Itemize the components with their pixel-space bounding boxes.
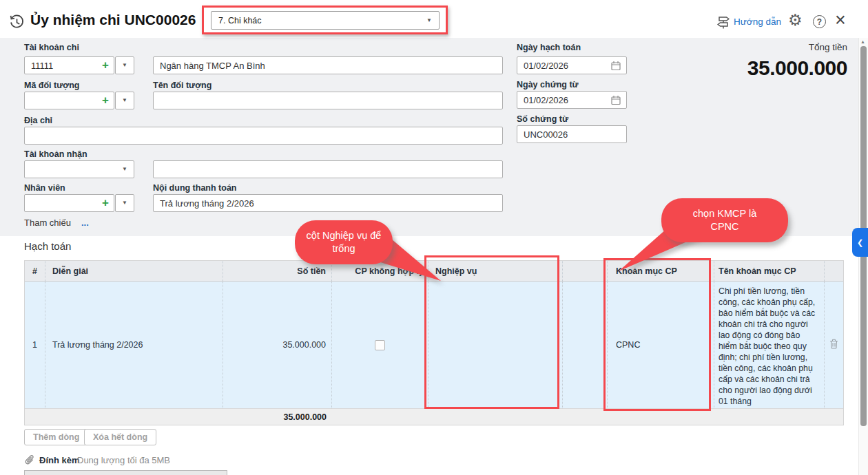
tai-khoan-nhan-select[interactable]: ▼ [24, 160, 134, 178]
gear-icon[interactable]: ⚙ [788, 11, 803, 30]
chevron-down-icon: ▼ [122, 200, 127, 206]
chevron-down-icon: ▼ [122, 63, 127, 68]
ngan-hang-input[interactable]: Ngân hàng TMCP An Bình [153, 56, 503, 74]
row-index: 1 [25, 282, 45, 408]
ngay-hach-toan-label: Ngày hạch toán [517, 43, 581, 52]
guide-link[interactable]: Hướng dẫn [734, 17, 781, 27]
total-so-tien: 35.000.000 [223, 409, 332, 425]
total-spacer [45, 409, 223, 425]
table-row[interactable]: 1 Trả lương tháng 2/2026 35.000.000 CPNC… [25, 282, 843, 408]
ngan-hang-value: Ngân hàng TMCP An Bình [160, 61, 265, 71]
row-so-tien[interactable]: 35.000.000 [223, 282, 332, 408]
total-spacer [25, 409, 45, 425]
ngay-hach-toan-input[interactable]: 01/02/2026 [517, 56, 627, 74]
so-chung-tu-label: Số chứng từ [517, 114, 568, 124]
noi-dung-input[interactable]: Trả lương tháng 2/2026 [153, 194, 503, 212]
history-icon[interactable] [9, 14, 25, 33]
col-header-index[interactable]: # [25, 261, 45, 281]
tai-khoan-chi-dropdown-button[interactable]: ▼ [115, 56, 134, 74]
tai-khoan-chi-label: Tài khoản chi [24, 43, 79, 52]
tong-tien-label: Tổng tiền [809, 42, 847, 52]
noi-dung-value: Trả lương tháng 2/2026 [160, 198, 254, 209]
nhan-vien-input[interactable]: + [24, 194, 114, 212]
chevron-left-icon: ❮ [857, 238, 863, 247]
col-header-ten-khoan-muc-cp[interactable]: Tên khoản mục CP [714, 261, 825, 281]
ngay-hach-toan-value: 01/02/2026 [524, 61, 568, 71]
row-ten-khoan-muc-cp: Chi phí tiền lương, tiền công, các khoản… [714, 282, 825, 408]
callout-kmcp-text: chọn KMCP là CPNC [680, 207, 769, 233]
scrollbar-up-arrow[interactable]: ▲ [860, 39, 865, 44]
col-header-dien-giai[interactable]: Diễn giải [45, 261, 223, 281]
dia-chi-label: Địa chỉ [24, 116, 52, 125]
tham-chieu-more-link[interactable]: ... [81, 218, 89, 228]
add-object-icon[interactable]: + [102, 94, 109, 107]
calendar-icon[interactable] [611, 61, 621, 73]
help-icon[interactable]: ? [813, 15, 826, 28]
row-spacer [563, 282, 608, 408]
ngay-chung-tu-input[interactable]: 01/02/2026 [517, 91, 627, 109]
voucher-type-dropdown[interactable]: 7. Chi khác ▼ [211, 11, 440, 30]
row-cp-cell [332, 282, 428, 408]
tai-khoan-nhan-label: Tài khoản nhận [24, 149, 87, 159]
xoa-het-dong-button[interactable]: Xóa hết dòng [84, 429, 156, 445]
top-bar: Ủy nhiệm chi UNC00026 7. Chi khác ▼ Hướn… [0, 0, 858, 38]
ma-doi-tuong-dropdown-button[interactable]: ▼ [115, 92, 134, 109]
col-header-spacer [563, 261, 608, 281]
guide-signpost-icon[interactable] [716, 15, 731, 32]
ngay-chung-tu-label: Ngày chứng từ [517, 80, 579, 89]
add-employee-icon[interactable]: + [102, 196, 109, 210]
calendar-icon[interactable] [611, 95, 621, 107]
callout-nghiep-vu: cột Nghiệp vụ để trống [295, 220, 393, 264]
tham-chieu-label: Tham chiếu [24, 218, 71, 228]
col-header-actions [825, 261, 843, 281]
attachment-dropzone[interactable] [24, 470, 227, 475]
nhan-vien-dropdown-button[interactable]: ▼ [115, 194, 134, 212]
them-dong-button[interactable]: Thêm dòng [24, 429, 88, 445]
tai-khoan-nhan-name-input[interactable] [153, 160, 503, 178]
row-dien-giai[interactable]: Trả lương tháng 2/2026 [45, 282, 223, 408]
row-khoan-muc-cp[interactable]: CPNC [608, 282, 714, 408]
add-account-icon[interactable]: + [102, 59, 109, 72]
ten-doi-tuong-input[interactable] [153, 92, 503, 109]
chevron-down-icon: ▼ [122, 167, 127, 172]
callout-kmcp: chọn KMCP là CPNC [661, 198, 788, 242]
tai-khoan-chi-input[interactable]: 11111 + [24, 56, 114, 74]
ma-doi-tuong-input[interactable]: + [24, 92, 114, 109]
tai-khoan-chi-value: 11111 [31, 61, 53, 71]
chevron-down-icon: ▼ [122, 98, 127, 103]
cp-khong-hop-ly-checkbox[interactable] [375, 340, 385, 350]
page-title: Ủy nhiệm chi UNC00026 [30, 12, 196, 28]
dinh-kem-label: Đính kèm [39, 455, 80, 465]
ten-doi-tuong-label: Tên đối tượng [153, 81, 211, 90]
col-header-nghiep-vu[interactable]: Nghiệp vụ [428, 261, 563, 281]
ngay-chung-tu-value: 01/02/2026 [524, 95, 568, 105]
row-nghiep-vu[interactable] [428, 282, 563, 408]
ma-doi-tuong-label: Mã đối tượng [24, 81, 79, 90]
row-actions [825, 282, 843, 408]
noi-dung-label: Nội dung thanh toán [153, 183, 237, 193]
tong-tien-value: 35.000.000 [747, 56, 847, 80]
so-chung-tu-value: UNC00026 [524, 129, 568, 140]
callout-nghiep-vu-text: cột Nghiệp vụ để trống [305, 229, 382, 255]
paperclip-icon [24, 454, 36, 469]
table-total-row: 35.000.000 [25, 408, 843, 425]
so-chung-tu-input[interactable]: UNC00026 [517, 125, 627, 143]
trash-icon[interactable] [829, 339, 838, 351]
nhan-vien-label: Nhân viên [24, 183, 65, 193]
voucher-type-value: 7. Chi khác [218, 16, 262, 25]
close-icon[interactable]: × [835, 10, 846, 31]
dia-chi-input[interactable] [24, 127, 503, 145]
expand-panel-tab[interactable]: ❮ [852, 228, 868, 257]
dinh-kem-hint: Dung lượng tối đa 5MB [77, 455, 170, 465]
hach-toan-section-title: Hạch toán [24, 240, 71, 252]
hach-toan-table: # Diễn giải Số tiền CP không hợp lý Nghi… [24, 260, 844, 425]
chevron-down-icon: ▼ [426, 18, 432, 23]
